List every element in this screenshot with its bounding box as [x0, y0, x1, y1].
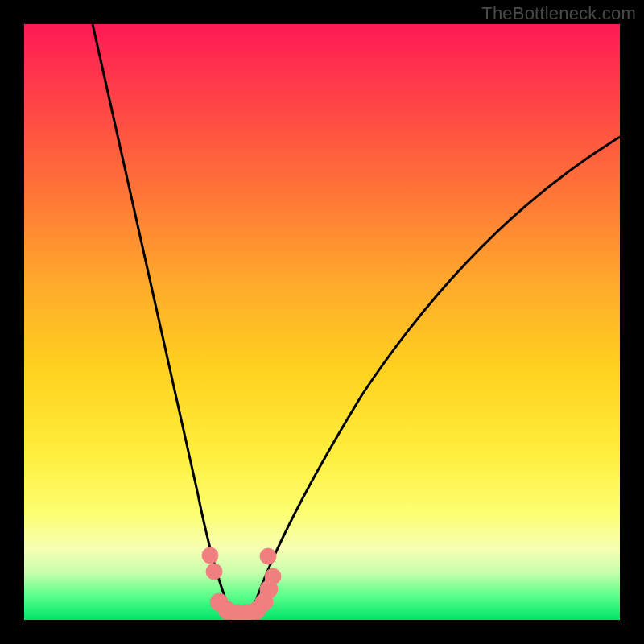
watermark-text: TheBottleneck.com: [481, 3, 636, 24]
plot-area: [24, 24, 620, 620]
left-bottleneck-curve: [93, 24, 233, 620]
marker-dot: [260, 548, 276, 564]
marker-dots-group: [202, 547, 281, 620]
marker-dot: [265, 568, 281, 584]
right-bottleneck-curve: [250, 137, 620, 620]
outer-frame: TheBottleneck.com: [0, 0, 644, 644]
curve-layer: [24, 24, 620, 620]
marker-dot: [206, 564, 222, 580]
marker-dot: [202, 547, 218, 564]
